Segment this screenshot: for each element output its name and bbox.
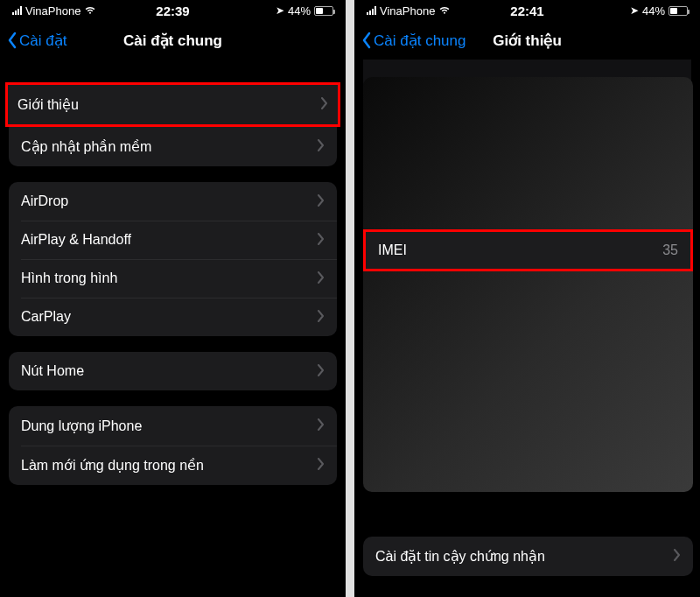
row-software-update[interactable]: Cập nhật phần mềm xyxy=(9,127,337,166)
location-icon: ➤ xyxy=(276,4,284,17)
redacted-area xyxy=(363,77,693,492)
battery-percent: 44% xyxy=(288,4,311,18)
back-button[interactable]: Cài đặt chung xyxy=(361,32,466,50)
highlight-about: Giới thiệu xyxy=(5,82,340,127)
row-label: AirPlay & Handoff xyxy=(21,232,131,248)
status-right: ➤ 44% xyxy=(630,4,688,18)
status-right: ➤ 44% xyxy=(276,4,333,18)
row-background-app-refresh[interactable]: Làm mới ứng dụng trong nền xyxy=(9,446,337,485)
status-bar: VinaPhone 22:39 ➤ 44% xyxy=(0,0,346,21)
chevron-right-icon xyxy=(318,233,325,248)
group-home-button: Nút Home xyxy=(9,352,337,390)
chevron-right-icon xyxy=(318,139,325,154)
imei-value: 35 xyxy=(662,242,678,258)
back-label: Cài đặt chung xyxy=(374,32,466,50)
chevron-left-icon xyxy=(361,32,372,49)
group-connectivity: AirDrop AirPlay & Handoff Hình trong hìn… xyxy=(9,182,337,336)
row-carplay[interactable]: CarPlay xyxy=(9,298,337,336)
chevron-right-icon xyxy=(321,97,328,112)
back-label: Cài đặt xyxy=(19,32,66,50)
row-label: Làm mới ứng dụng trong nền xyxy=(21,457,204,474)
carrier-label: VinaPhone xyxy=(25,4,80,18)
row-certificate-trust[interactable]: Cài đặt tin cậy chứng nhận xyxy=(363,537,693,576)
wifi-icon xyxy=(438,4,451,18)
chevron-right-icon xyxy=(318,364,325,379)
nav-bar: Cài đặt chung Giới thiệu xyxy=(354,21,700,60)
signal-icon xyxy=(12,6,22,15)
row-label: Cài đặt tin cậy chứng nhận xyxy=(375,548,545,565)
about-content: IMEI 35 Cài đặt tin cậy chứng nhận xyxy=(354,60,700,597)
phone-left-general-settings: VinaPhone 22:39 ➤ 44% Cài đặt Cài đặt ch… xyxy=(0,0,346,597)
battery-percent: 44% xyxy=(642,4,665,18)
chevron-right-icon xyxy=(674,549,681,564)
status-time: 22:41 xyxy=(510,4,543,18)
row-picture-in-picture[interactable]: Hình trong hình xyxy=(9,259,337,298)
row-label: CarPlay xyxy=(21,309,71,325)
row-home-button[interactable]: Nút Home xyxy=(9,352,337,390)
signal-icon xyxy=(367,6,376,15)
back-button[interactable]: Cài đặt xyxy=(7,32,66,50)
carrier-label: VinaPhone xyxy=(380,4,435,18)
phone-right-about: VinaPhone 22:41 ➤ 44% Cài đặt chung Giới… xyxy=(354,0,700,597)
settings-content: Giới thiệu Cập nhật phần mềm AirDrop Air… xyxy=(0,60,346,597)
row-label: Hình trong hình xyxy=(21,270,117,286)
nav-title: Giới thiệu xyxy=(493,32,562,50)
highlight-imei[interactable]: IMEI 35 xyxy=(363,229,693,271)
imei-label: IMEI xyxy=(378,242,407,258)
row-label: Cập nhật phần mềm xyxy=(21,138,151,155)
nav-bar: Cài đặt Cài đặt chung xyxy=(0,21,346,60)
row-airdrop[interactable]: AirDrop xyxy=(9,182,337,221)
row-airplay-handoff[interactable]: AirPlay & Handoff xyxy=(9,221,337,259)
wifi-icon xyxy=(84,4,96,18)
group-storage: Dung lượng iPhone Làm mới ứng dụng trong… xyxy=(9,406,337,485)
chevron-right-icon xyxy=(318,271,325,286)
battery-icon xyxy=(314,6,333,16)
row-about[interactable]: Giới thiệu xyxy=(8,85,338,124)
chevron-right-icon xyxy=(318,418,325,433)
chevron-right-icon xyxy=(318,458,325,473)
row-label: Giới thiệu xyxy=(18,96,79,113)
row-label: Nút Home xyxy=(21,363,84,379)
status-left: VinaPhone xyxy=(12,4,96,18)
status-bar: VinaPhone 22:41 ➤ 44% xyxy=(354,0,700,21)
chevron-right-icon xyxy=(318,310,325,325)
group-general-1b: Cập nhật phần mềm xyxy=(9,127,337,166)
location-icon: ➤ xyxy=(630,4,639,17)
battery-icon xyxy=(668,6,688,16)
row-label: AirDrop xyxy=(21,193,68,209)
status-time: 22:39 xyxy=(156,4,189,18)
chevron-left-icon xyxy=(7,32,18,49)
nav-title: Cài đặt chung xyxy=(123,32,222,50)
status-left: VinaPhone xyxy=(367,4,451,18)
row-iphone-storage[interactable]: Dung lượng iPhone xyxy=(9,406,337,446)
row-label: Dung lượng iPhone xyxy=(21,418,142,434)
chevron-right-icon xyxy=(318,194,325,209)
